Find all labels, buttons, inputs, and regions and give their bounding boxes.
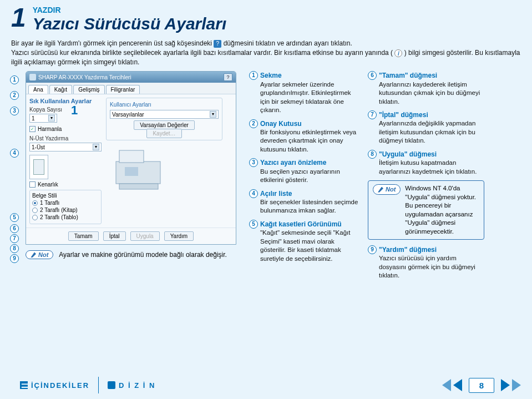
intro-text-1b: düğmesini tıklatın ve ardından ayarı tık…: [224, 39, 352, 47]
chevron-down-icon: ▾: [93, 144, 99, 150]
mid-body-4: Bir seçenekler listesinden seçimde bulun…: [249, 198, 360, 215]
right-title-7: "İptal" düğmesi: [379, 110, 428, 119]
nust-preview: [29, 155, 48, 179]
nav-last-icon[interactable]: [512, 379, 521, 391]
mid-num-4: 4: [249, 189, 258, 198]
right-body-9: Yazıcı sürücüsü için yardım dosyasını gö…: [368, 254, 484, 280]
label-2tarafli-kitap: 2 Taraflı (Kitap): [40, 207, 78, 213]
page-number: 8: [469, 378, 494, 393]
label-1tarafli: 1 Taraflı: [40, 200, 59, 206]
right-title-6: "Tamam" düğmesi: [379, 71, 437, 80]
pencil-icon: [378, 187, 383, 193]
kopya-value: 1: [32, 115, 35, 122]
mid-body-1: Ayarlar sekmeler üzerinde gruplandırılmı…: [249, 80, 360, 115]
right-body-8: İletişim kutusu kapatmadan ayarlarınızı …: [368, 159, 484, 176]
radio-2tarafli-tablo[interactable]: [32, 215, 38, 220]
help-icon: ?: [214, 40, 221, 48]
label-nust: N-Üst Yazdırma: [29, 135, 102, 142]
select-kullanici[interactable]: Varsayılanlar▾: [110, 110, 219, 119]
footer-index-label: D İ Z İ N: [119, 381, 155, 390]
printer-dialog: SHARP AR-XXXX Yazdırma Tercihleri ? Ana …: [26, 71, 236, 245]
dialog-title: SHARP AR-XXXX Yazdırma Tercihleri: [38, 74, 131, 80]
radio-1tarafli[interactable]: [32, 200, 38, 206]
index-icon: [108, 381, 115, 389]
callout-9: 9: [10, 254, 19, 263]
tab-filigranlar[interactable]: Filigranlar: [106, 85, 140, 94]
checkbox-kenarlik[interactable]: [29, 181, 36, 188]
svg-rect-1: [119, 150, 144, 163]
note-label-right: Not: [386, 185, 396, 194]
mid-title-5: Kağıt kasetleri Görünümü: [260, 220, 342, 229]
printer-preview: [106, 145, 173, 192]
right-title-9: "Yardım" düğmesi: [379, 245, 437, 254]
callout-7: 7: [10, 234, 19, 243]
chevron-down-icon: ▾: [210, 111, 216, 118]
pencil-icon: [31, 252, 36, 257]
label-kenarlik: Kenarlık: [38, 181, 58, 188]
contents-icon: [20, 381, 28, 389]
intro-text-2a: Yazıcı sürücüsü kur ekranında birlikte s…: [11, 49, 394, 57]
note-box-right: Not Windows NT 4.0'da "Uygula" düğmesi y…: [368, 180, 484, 240]
mid-body-5: "Kağıt" sekmesinde seçili "Kağıt Seçimi"…: [249, 229, 360, 263]
nav-next-icon[interactable]: [501, 379, 510, 391]
dialog-help-button[interactable]: ?: [224, 73, 232, 81]
preview-big-number: 1: [71, 103, 78, 118]
spinner-kopya[interactable]: 1▾: [29, 114, 57, 123]
label-harmanla: Harmanla: [38, 126, 62, 132]
callout-5: 5: [10, 213, 19, 222]
right-num-6: 6: [368, 71, 377, 80]
btn-kaydet[interactable]: Kaydet…: [146, 129, 181, 138]
radio-2tarafli-kitap[interactable]: [32, 208, 38, 213]
printer-icon: [29, 74, 36, 80]
intro-text-1a: Bir ayar ile ilgili Yardım'ı görmek için…: [11, 39, 214, 47]
right-num-8: 8: [368, 150, 377, 159]
spinner-arrows-icon: ▾: [48, 115, 55, 122]
callout-3: 3: [10, 107, 19, 115]
footer-contents-link[interactable]: İÇİNDEKİLER: [11, 378, 98, 393]
svg-rect-3: [125, 167, 138, 176]
section-sik-kullanilan: Sık Kullanılan Ayarlar: [29, 98, 102, 104]
page-title: Yazıcı Sürücüsü Ayarları: [33, 14, 227, 33]
checkbox-harmanla[interactable]: ✓: [29, 126, 36, 132]
kullanici-value: Varsayılanlar: [112, 112, 144, 118]
callout-8: 8: [10, 244, 19, 253]
label-kullanici-ayarlari: Kullanıcı Ayarları: [110, 102, 219, 108]
nust-value: 1-Üst: [32, 144, 45, 150]
mid-body-3: Bu seçilen yazıcı ayarlarının etkilerini…: [249, 168, 360, 185]
mid-body-2: Bir fonksiyonu etkinleştirmek veya devre…: [249, 128, 360, 154]
mid-title-1: Sekme: [260, 71, 282, 80]
btn-yardim[interactable]: Yardım: [164, 231, 194, 241]
tab-gelismis[interactable]: Gelişmiş: [73, 85, 104, 94]
mid-title-2: Onay Kutusu: [260, 119, 302, 128]
mid-num-5: 5: [249, 220, 258, 229]
right-num-7: 7: [368, 110, 377, 119]
dialog-titlebar: SHARP AR-XXXX Yazdırma Tercihleri ?: [26, 72, 236, 83]
label-kopya: Kopya Sayısı: [29, 107, 102, 113]
right-title-8: "Uygula" düğmesi: [379, 150, 437, 159]
mid-num-2: 2: [249, 119, 258, 128]
label-belge-stili: Belge Stili: [32, 193, 99, 199]
right-body-6: Ayarlarınızı kaydederek iletişim kutusun…: [368, 80, 484, 107]
nav-prev-icon[interactable]: [453, 379, 462, 391]
section-subtitle: YAZDIR: [33, 6, 227, 14]
select-nust[interactable]: 1-Üst▾: [29, 143, 102, 151]
label-2tarafli-tablo: 2 Taraflı (Tablo): [40, 214, 78, 220]
right-num-9: 9: [368, 245, 377, 254]
footer-index-link[interactable]: D İ Z İ N: [99, 378, 164, 393]
btn-uygula[interactable]: Uygula: [130, 231, 160, 241]
note-left-text: Ayarlar ve makine görünümü modele bağlı …: [59, 251, 227, 259]
callout-2: 2: [10, 91, 19, 100]
callout-4: 4: [10, 149, 19, 158]
btn-iptal[interactable]: İptal: [103, 231, 126, 241]
tab-kagit[interactable]: Kağıt: [49, 85, 72, 94]
mid-title-4: Açılır liste: [260, 189, 292, 198]
nav-first-icon[interactable]: [442, 379, 451, 391]
chapter-number: 1: [11, 6, 26, 29]
callout-1: 1: [10, 75, 19, 84]
note-badge-right: Not: [373, 184, 401, 195]
tab-ana[interactable]: Ana: [28, 85, 48, 94]
mid-num-3: 3: [249, 158, 258, 167]
btn-tamam[interactable]: Tamam: [68, 231, 99, 241]
callout-6: 6: [10, 224, 19, 233]
mid-num-1: 1: [249, 71, 258, 80]
